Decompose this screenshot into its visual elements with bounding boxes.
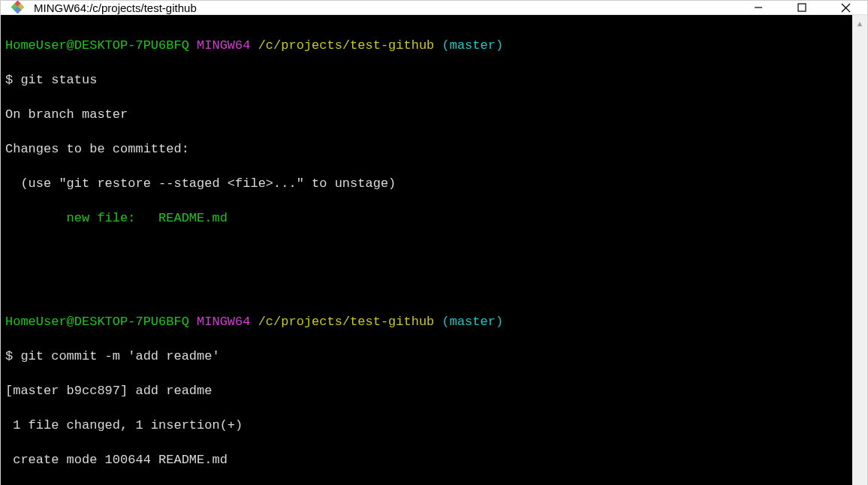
command-text: git status: [20, 73, 97, 87]
blank-line: [5, 279, 848, 296]
prompt-path: /c/projects/test-github: [258, 38, 435, 53]
prompt-sigil: $: [5, 349, 20, 363]
output-line: Changes to be committed:: [5, 140, 848, 158]
staged-file-line: new file: README.md: [5, 209, 848, 227]
scroll-up-icon[interactable]: ▴: [857, 18, 862, 29]
close-button[interactable]: [824, 1, 867, 14]
output-line: create mode 100644 README.md: [5, 451, 848, 468]
prompt-branch: (master): [442, 38, 504, 53]
window-controls: [737, 1, 867, 14]
blank-line: [5, 244, 848, 261]
scrollbar[interactable]: ▴ ▾: [852, 15, 867, 485]
prompt-path: /c/projects/test-github: [258, 315, 435, 329]
titlebar[interactable]: MINGW64:/c/projects/test-github: [1, 1, 867, 15]
output-line: 1 file changed, 1 insertion(+): [5, 417, 848, 434]
command-text: git commit -m 'add readme': [20, 349, 219, 363]
terminal-container: HomeUser@DESKTOP-7PU6BFQ MINGW64 /c/proj…: [1, 15, 867, 485]
output-line: (use "git restore --staged <file>..." to…: [5, 175, 848, 192]
minimize-button[interactable]: [737, 1, 780, 14]
window: MINGW64:/c/projects/test-github HomeUser…: [0, 0, 868, 485]
prompt-userhost: HomeUser@DESKTOP-7PU6BFQ: [5, 315, 189, 329]
prompt-line: HomeUser@DESKTOP-7PU6BFQ MINGW64 /c/proj…: [5, 37, 848, 54]
terminal[interactable]: HomeUser@DESKTOP-7PU6BFQ MINGW64 /c/proj…: [1, 15, 852, 485]
mingw-icon: [11, 1, 25, 14]
prompt-userhost: HomeUser@DESKTOP-7PU6BFQ: [5, 38, 189, 53]
command-line: $ git commit -m 'add readme': [5, 348, 848, 365]
command-line: $ git status: [5, 71, 848, 89]
prompt-branch: (master): [442, 315, 504, 329]
window-title: MINGW64:/c/projects/test-github: [34, 2, 737, 14]
output-line: [master b9cc897] add readme: [5, 382, 848, 399]
prompt-sigil: $: [5, 73, 20, 87]
output-line: On branch master: [5, 106, 848, 123]
prompt-shell: MINGW64: [197, 38, 250, 53]
maximize-button[interactable]: [780, 1, 824, 14]
prompt-shell: MINGW64: [197, 315, 250, 329]
svg-rect-1: [798, 4, 806, 11]
prompt-line: HomeUser@DESKTOP-7PU6BFQ MINGW64 /c/proj…: [5, 313, 848, 330]
